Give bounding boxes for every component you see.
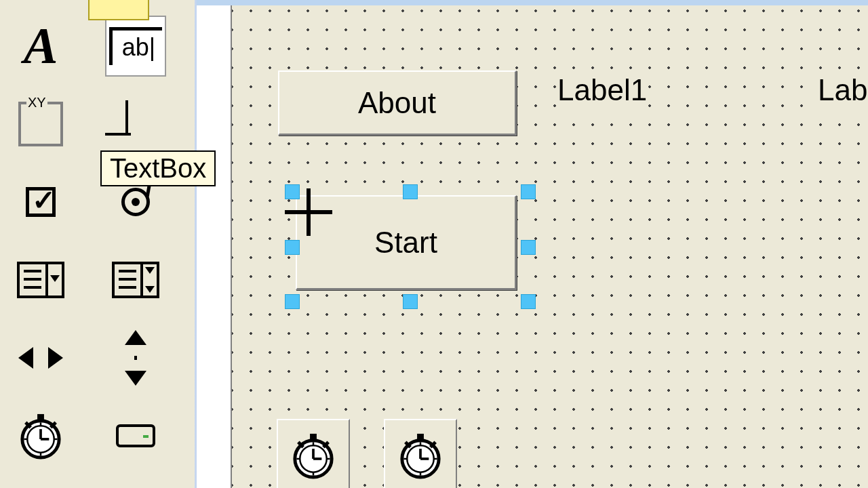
start-button-label: Start xyxy=(374,226,437,260)
drive-icon xyxy=(116,424,155,447)
selection-handle-w[interactable] xyxy=(285,240,300,255)
checkbox-tool-icon[interactable] xyxy=(10,171,71,232)
selection-handle-se[interactable] xyxy=(521,294,536,309)
letter-a-icon: A xyxy=(24,16,58,75)
about-button-label: About xyxy=(358,86,436,120)
listbox-icon xyxy=(112,262,159,298)
label2[interactable]: Lab xyxy=(818,73,867,107)
selection-handle-nw[interactable] xyxy=(285,184,300,199)
stopwatch-icon xyxy=(16,411,66,461)
about-button[interactable]: About xyxy=(278,70,517,136)
combobox-icon xyxy=(17,262,64,298)
toolbox-panel: A ab| XY xyxy=(0,0,197,488)
listbox-tool-icon[interactable] xyxy=(105,249,166,310)
stopwatch-icon xyxy=(288,430,338,481)
selection-handle-ne[interactable] xyxy=(521,184,536,199)
timer1-control[interactable] xyxy=(277,419,350,488)
textbox-tool-icon[interactable]: ab| xyxy=(105,16,166,77)
frame-icon: XY xyxy=(18,102,63,146)
hscrollbar-tool-icon[interactable] xyxy=(10,327,71,388)
svg-rect-24 xyxy=(417,434,424,441)
label-tool-icon[interactable]: A xyxy=(10,16,71,77)
combobox-tool-icon[interactable] xyxy=(10,249,71,310)
commandbutton-tool-icon[interactable] xyxy=(105,94,166,155)
selection-handle-sw[interactable] xyxy=(285,294,300,309)
svg-rect-2 xyxy=(37,413,44,420)
pointer-tool[interactable] xyxy=(88,0,149,20)
hscrollbar-icon xyxy=(18,347,63,369)
textbox-icon: ab| xyxy=(109,27,162,65)
vscrollbar-tool-icon[interactable] xyxy=(105,327,166,388)
selection-handle-n[interactable] xyxy=(403,184,418,199)
svg-rect-13 xyxy=(310,434,317,441)
timer-tool-icon[interactable] xyxy=(10,405,71,466)
checkbox-icon xyxy=(26,187,56,217)
selection-handle-e[interactable] xyxy=(521,240,536,255)
frame-icon-label: XY xyxy=(26,95,47,110)
stopwatch-icon xyxy=(395,430,446,481)
frame-tool-icon[interactable]: XY xyxy=(10,94,71,155)
form-designer-area: About Label1 Lab Start xyxy=(197,0,868,488)
start-button[interactable]: Start xyxy=(296,195,517,290)
label1[interactable]: Label1 xyxy=(557,73,647,107)
form-designer-canvas[interactable]: About Label1 Lab Start xyxy=(231,5,868,488)
timer2-control[interactable] xyxy=(384,419,457,488)
tooltip: TextBox xyxy=(100,150,216,186)
selection-handle-s[interactable] xyxy=(403,294,418,309)
drivelistbox-tool-icon[interactable] xyxy=(105,405,166,466)
vscrollbar-icon xyxy=(125,330,146,386)
optionbutton-icon xyxy=(121,188,150,216)
